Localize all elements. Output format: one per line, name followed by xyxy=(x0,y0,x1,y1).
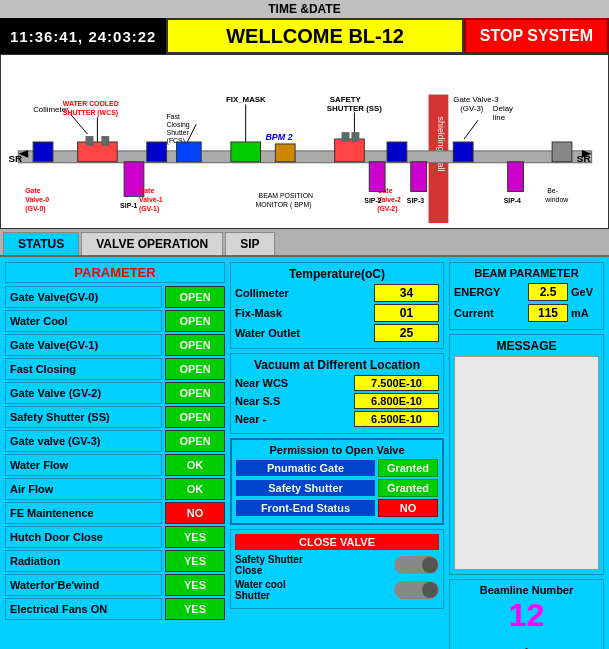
stop-button[interactable]: STOP SYSTEM xyxy=(464,18,609,54)
param-value-9: NO xyxy=(165,502,225,524)
param-header: PARAMETER xyxy=(5,262,225,283)
welcome-display: WELLCOME BL-12 xyxy=(166,18,463,54)
vacuum-title: Vacuum at Different Location xyxy=(235,358,439,372)
svg-text:Be-: Be- xyxy=(547,187,558,194)
temp-row-2: Water Outlet 25 xyxy=(235,324,439,342)
svg-rect-45 xyxy=(387,142,407,162)
svg-text:Closing: Closing xyxy=(167,121,190,129)
svg-text:Valve-0: Valve-0 xyxy=(25,196,49,203)
vac-value-1: 6.800E-10 xyxy=(354,393,439,409)
param-value-11: YES xyxy=(165,550,225,572)
temp-row-1: Fix-Mask 01 xyxy=(235,304,439,322)
mid-panel: Temperature(oC) Collimeter 34 Fix-Mask 0… xyxy=(230,262,444,649)
temp-label-2: Water Outlet xyxy=(235,327,371,339)
svg-rect-60 xyxy=(552,142,572,162)
param-row-4: Gate Valve (GV-2) OPEN xyxy=(5,382,225,404)
beam-param-box: BEAM PARAMETER ENERGY 2.5 GeV Current 11… xyxy=(449,262,604,330)
perm-row-2: Front-End Status NO xyxy=(236,499,438,517)
header: TIME &DATE 11:36:41, 24:03:22 WELLCOME B… xyxy=(0,0,609,54)
vac-row-2: Near - 6.500E-10 xyxy=(235,411,439,427)
param-row-11: Radiation YES xyxy=(5,550,225,572)
perm-label-0: Pnumatic Gate xyxy=(236,460,375,476)
svg-rect-34 xyxy=(231,142,261,162)
svg-rect-55 xyxy=(453,142,473,162)
tab-status[interactable]: STATUS xyxy=(3,232,79,255)
svg-rect-13 xyxy=(78,142,118,162)
permission-section: Permission to Open Valve Pnumatic Gate G… xyxy=(230,438,444,525)
svg-text:SIP-2: SIP-2 xyxy=(364,197,381,204)
beamline-dot: . xyxy=(454,634,599,649)
param-value-2: OPEN xyxy=(165,334,225,356)
toggle-knob-1 xyxy=(422,582,438,598)
svg-text:SIP-1: SIP-1 xyxy=(120,202,137,209)
left-panel: PARAMETER Gate Valve(GV-0) OPEN Water Co… xyxy=(5,262,225,649)
vac-row-1: Near S.S 6.800E-10 xyxy=(235,393,439,409)
param-value-0: OPEN xyxy=(165,286,225,308)
tab-sip[interactable]: SIP xyxy=(225,232,274,255)
close-valve-section: CLOSE VALVE Safety ShutterClose Water co… xyxy=(230,529,444,609)
temp-row-0: Collimeter 34 xyxy=(235,284,439,302)
toggle-knob-0 xyxy=(422,557,438,573)
svg-rect-15 xyxy=(101,136,109,146)
svg-rect-31 xyxy=(176,142,201,162)
param-label-7: Water Flow xyxy=(5,454,162,476)
perm-label-2: Front-End Status xyxy=(236,500,375,516)
param-label-4: Gate Valve (GV-2) xyxy=(5,382,162,404)
param-label-0: Gate Valve(GV-0) xyxy=(5,286,162,308)
svg-text:Delay: Delay xyxy=(493,104,513,113)
svg-text:line: line xyxy=(493,113,506,122)
perm-label-1: Safety Shutter xyxy=(236,480,375,496)
svg-rect-49 xyxy=(369,162,385,192)
vac-label-1: Near S.S xyxy=(235,395,351,407)
param-value-4: OPEN xyxy=(165,382,225,404)
perm-value-2: NO xyxy=(378,499,438,517)
beam-param-title: BEAM PARAMETER xyxy=(454,267,599,279)
param-value-1: OPEN xyxy=(165,310,225,332)
param-row-8: Air Flow OK xyxy=(5,478,225,500)
svg-rect-36 xyxy=(275,144,295,162)
param-row-10: Hutch Door Close YES xyxy=(5,526,225,548)
param-label-1: Water Cool xyxy=(5,310,162,332)
svg-text:MONITOR ( BPM): MONITOR ( BPM) xyxy=(256,201,312,209)
svg-rect-22 xyxy=(147,142,167,162)
svg-text:BPM 2: BPM 2 xyxy=(265,132,292,142)
param-value-12: YES xyxy=(165,574,225,596)
beamline-box: Beamline Number 12 . xyxy=(449,579,604,649)
param-row-6: Gate valve (GV-3) OPEN xyxy=(5,430,225,452)
param-label-5: Safety Shutter (SS) xyxy=(5,406,162,428)
beamline-number: 12 xyxy=(454,596,599,634)
beam-param-value-current: 115 xyxy=(528,304,568,322)
tab-valve-operation[interactable]: VALVE OPERATION xyxy=(81,232,223,255)
svg-text:(GV-2): (GV-2) xyxy=(377,205,397,213)
beam-param-unit-energy: GeV xyxy=(571,286,599,298)
svg-text:Valve-1: Valve-1 xyxy=(139,196,163,203)
svg-rect-58 xyxy=(508,162,524,192)
param-label-9: FE Maintenence xyxy=(5,502,162,524)
svg-text:(GV-0): (GV-0) xyxy=(25,205,45,213)
vac-value-2: 6.500E-10 xyxy=(354,411,439,427)
param-row-12: Waterfor'Be'wind YES xyxy=(5,574,225,596)
beamline-label: Beamline Number xyxy=(454,584,599,596)
water-cool-toggle[interactable] xyxy=(394,581,439,599)
svg-text:(GV-3): (GV-3) xyxy=(460,104,484,113)
vac-value-0: 7.500E-10 xyxy=(354,375,439,391)
message-box: MESSAGE xyxy=(449,334,604,575)
svg-rect-43 xyxy=(342,132,350,142)
right-panel: BEAM PARAMETER ENERGY 2.5 GeV Current 11… xyxy=(449,262,604,649)
temp-label-1: Fix-Mask xyxy=(235,307,371,319)
param-label-10: Hutch Door Close xyxy=(5,526,162,548)
svg-text:Gate Valve-3: Gate Valve-3 xyxy=(453,95,499,104)
valve-label-1: Water coolShutter xyxy=(235,579,390,601)
svg-text:SAFETY: SAFETY xyxy=(330,95,362,104)
perm-value-1: Granted xyxy=(378,479,438,497)
param-value-7: OK xyxy=(165,454,225,476)
time-display: 11:36:41, 24:03:22 xyxy=(0,18,166,54)
param-table: Gate Valve(GV-0) OPEN Water Cool OPEN Ga… xyxy=(5,286,225,620)
safety-shutter-toggle[interactable] xyxy=(394,556,439,574)
close-valve-title: CLOSE VALVE xyxy=(235,534,439,550)
vac-row-0: Near WCS 7.500E-10 xyxy=(235,375,439,391)
temp-value-2: 25 xyxy=(374,324,439,342)
svg-text:FIX_MASK: FIX_MASK xyxy=(226,95,266,104)
beam-param-label-energy: ENERGY xyxy=(454,286,525,298)
valve-row-0: Safety ShutterClose xyxy=(235,554,439,576)
